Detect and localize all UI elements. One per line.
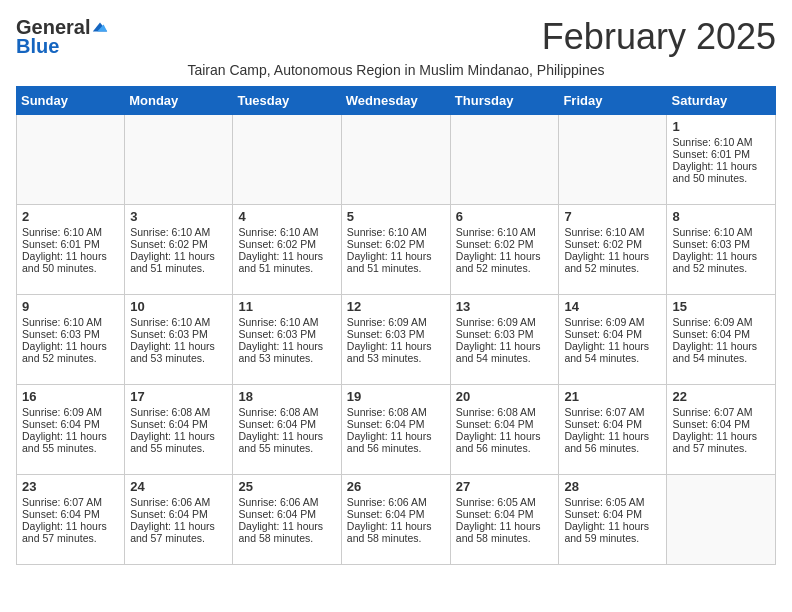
calendar-cell bbox=[450, 115, 559, 205]
sunrise-text: Sunrise: 6:10 AM bbox=[238, 226, 318, 238]
daylight-text: Daylight: 11 hours and 58 minutes. bbox=[347, 520, 432, 544]
sunset-text: Sunset: 6:02 PM bbox=[347, 238, 425, 250]
sunrise-text: Sunrise: 6:09 AM bbox=[347, 316, 427, 328]
sunset-text: Sunset: 6:02 PM bbox=[130, 238, 208, 250]
sunrise-text: Sunrise: 6:09 AM bbox=[456, 316, 536, 328]
calendar-cell: 1Sunrise: 6:10 AMSunset: 6:01 PMDaylight… bbox=[667, 115, 776, 205]
daylight-text: Daylight: 11 hours and 55 minutes. bbox=[22, 430, 107, 454]
calendar-cell: 21Sunrise: 6:07 AMSunset: 6:04 PMDayligh… bbox=[559, 385, 667, 475]
sunset-text: Sunset: 6:04 PM bbox=[672, 418, 750, 430]
calendar-cell: 27Sunrise: 6:05 AMSunset: 6:04 PMDayligh… bbox=[450, 475, 559, 565]
sunset-text: Sunset: 6:02 PM bbox=[564, 238, 642, 250]
day-number: 10 bbox=[130, 299, 227, 314]
sunrise-text: Sunrise: 6:07 AM bbox=[564, 406, 644, 418]
calendar-cell: 5Sunrise: 6:10 AMSunset: 6:02 PMDaylight… bbox=[341, 205, 450, 295]
sunset-text: Sunset: 6:04 PM bbox=[130, 418, 208, 430]
daylight-text: Daylight: 11 hours and 54 minutes. bbox=[672, 340, 757, 364]
day-number: 6 bbox=[456, 209, 554, 224]
sunrise-text: Sunrise: 6:06 AM bbox=[347, 496, 427, 508]
daylight-text: Daylight: 11 hours and 56 minutes. bbox=[456, 430, 541, 454]
calendar-cell: 4Sunrise: 6:10 AMSunset: 6:02 PMDaylight… bbox=[233, 205, 341, 295]
day-header-sunday: Sunday bbox=[17, 87, 125, 115]
daylight-text: Daylight: 11 hours and 53 minutes. bbox=[130, 340, 215, 364]
daylight-text: Daylight: 11 hours and 50 minutes. bbox=[672, 160, 757, 184]
daylight-text: Daylight: 11 hours and 52 minutes. bbox=[456, 250, 541, 274]
day-number: 11 bbox=[238, 299, 335, 314]
day-number: 28 bbox=[564, 479, 661, 494]
sunset-text: Sunset: 6:04 PM bbox=[564, 418, 642, 430]
calendar-week-1: 1Sunrise: 6:10 AMSunset: 6:01 PMDaylight… bbox=[17, 115, 776, 205]
sunrise-text: Sunrise: 6:10 AM bbox=[22, 226, 102, 238]
page-header: General Blue February 2025 bbox=[16, 16, 776, 58]
sunrise-text: Sunrise: 6:08 AM bbox=[456, 406, 536, 418]
calendar-week-4: 16Sunrise: 6:09 AMSunset: 6:04 PMDayligh… bbox=[17, 385, 776, 475]
sunset-text: Sunset: 6:04 PM bbox=[238, 508, 316, 520]
day-number: 7 bbox=[564, 209, 661, 224]
logo: General Blue bbox=[16, 16, 109, 58]
sunset-text: Sunset: 6:02 PM bbox=[238, 238, 316, 250]
sunset-text: Sunset: 6:03 PM bbox=[672, 238, 750, 250]
calendar-cell: 10Sunrise: 6:10 AMSunset: 6:03 PMDayligh… bbox=[125, 295, 233, 385]
daylight-text: Daylight: 11 hours and 58 minutes. bbox=[238, 520, 323, 544]
sunset-text: Sunset: 6:03 PM bbox=[238, 328, 316, 340]
calendar-cell bbox=[559, 115, 667, 205]
calendar-cell: 20Sunrise: 6:08 AMSunset: 6:04 PMDayligh… bbox=[450, 385, 559, 475]
sunrise-text: Sunrise: 6:06 AM bbox=[238, 496, 318, 508]
daylight-text: Daylight: 11 hours and 51 minutes. bbox=[238, 250, 323, 274]
calendar-week-2: 2Sunrise: 6:10 AMSunset: 6:01 PMDaylight… bbox=[17, 205, 776, 295]
sunrise-text: Sunrise: 6:10 AM bbox=[672, 136, 752, 148]
daylight-text: Daylight: 11 hours and 53 minutes. bbox=[238, 340, 323, 364]
daylight-text: Daylight: 11 hours and 56 minutes. bbox=[347, 430, 432, 454]
sunrise-text: Sunrise: 6:09 AM bbox=[672, 316, 752, 328]
sunset-text: Sunset: 6:01 PM bbox=[672, 148, 750, 160]
sunrise-text: Sunrise: 6:10 AM bbox=[238, 316, 318, 328]
sunrise-text: Sunrise: 6:08 AM bbox=[347, 406, 427, 418]
calendar-cell: 11Sunrise: 6:10 AMSunset: 6:03 PMDayligh… bbox=[233, 295, 341, 385]
logo-icon bbox=[91, 19, 109, 37]
daylight-text: Daylight: 11 hours and 55 minutes. bbox=[130, 430, 215, 454]
sunset-text: Sunset: 6:03 PM bbox=[456, 328, 534, 340]
calendar-week-3: 9Sunrise: 6:10 AMSunset: 6:03 PMDaylight… bbox=[17, 295, 776, 385]
sunrise-text: Sunrise: 6:06 AM bbox=[130, 496, 210, 508]
day-header-monday: Monday bbox=[125, 87, 233, 115]
day-header-friday: Friday bbox=[559, 87, 667, 115]
day-number: 22 bbox=[672, 389, 770, 404]
daylight-text: Daylight: 11 hours and 59 minutes. bbox=[564, 520, 649, 544]
day-number: 17 bbox=[130, 389, 227, 404]
daylight-text: Daylight: 11 hours and 52 minutes. bbox=[672, 250, 757, 274]
calendar-cell: 6Sunrise: 6:10 AMSunset: 6:02 PMDaylight… bbox=[450, 205, 559, 295]
daylight-text: Daylight: 11 hours and 57 minutes. bbox=[130, 520, 215, 544]
calendar-cell: 22Sunrise: 6:07 AMSunset: 6:04 PMDayligh… bbox=[667, 385, 776, 475]
sunrise-text: Sunrise: 6:10 AM bbox=[130, 316, 210, 328]
calendar-cell: 24Sunrise: 6:06 AMSunset: 6:04 PMDayligh… bbox=[125, 475, 233, 565]
day-header-thursday: Thursday bbox=[450, 87, 559, 115]
sunrise-text: Sunrise: 6:10 AM bbox=[564, 226, 644, 238]
calendar-cell: 17Sunrise: 6:08 AMSunset: 6:04 PMDayligh… bbox=[125, 385, 233, 475]
calendar-cell: 28Sunrise: 6:05 AMSunset: 6:04 PMDayligh… bbox=[559, 475, 667, 565]
daylight-text: Daylight: 11 hours and 55 minutes. bbox=[238, 430, 323, 454]
sunset-text: Sunset: 6:04 PM bbox=[456, 418, 534, 430]
day-number: 5 bbox=[347, 209, 445, 224]
sunset-text: Sunset: 6:04 PM bbox=[672, 328, 750, 340]
sunrise-text: Sunrise: 6:10 AM bbox=[347, 226, 427, 238]
sunrise-text: Sunrise: 6:07 AM bbox=[22, 496, 102, 508]
daylight-text: Daylight: 11 hours and 50 minutes. bbox=[22, 250, 107, 274]
day-number: 8 bbox=[672, 209, 770, 224]
sunrise-text: Sunrise: 6:05 AM bbox=[564, 496, 644, 508]
daylight-text: Daylight: 11 hours and 57 minutes. bbox=[672, 430, 757, 454]
day-number: 13 bbox=[456, 299, 554, 314]
calendar-cell: 26Sunrise: 6:06 AMSunset: 6:04 PMDayligh… bbox=[341, 475, 450, 565]
calendar-cell bbox=[125, 115, 233, 205]
daylight-text: Daylight: 11 hours and 57 minutes. bbox=[22, 520, 107, 544]
calendar-cell: 18Sunrise: 6:08 AMSunset: 6:04 PMDayligh… bbox=[233, 385, 341, 475]
calendar-cell: 7Sunrise: 6:10 AMSunset: 6:02 PMDaylight… bbox=[559, 205, 667, 295]
sunset-text: Sunset: 6:04 PM bbox=[238, 418, 316, 430]
day-number: 9 bbox=[22, 299, 119, 314]
sunset-text: Sunset: 6:04 PM bbox=[22, 508, 100, 520]
day-number: 2 bbox=[22, 209, 119, 224]
sunset-text: Sunset: 6:04 PM bbox=[564, 508, 642, 520]
daylight-text: Daylight: 11 hours and 51 minutes. bbox=[130, 250, 215, 274]
day-number: 26 bbox=[347, 479, 445, 494]
calendar-table: SundayMondayTuesdayWednesdayThursdayFrid… bbox=[16, 86, 776, 565]
sunrise-text: Sunrise: 6:09 AM bbox=[564, 316, 644, 328]
